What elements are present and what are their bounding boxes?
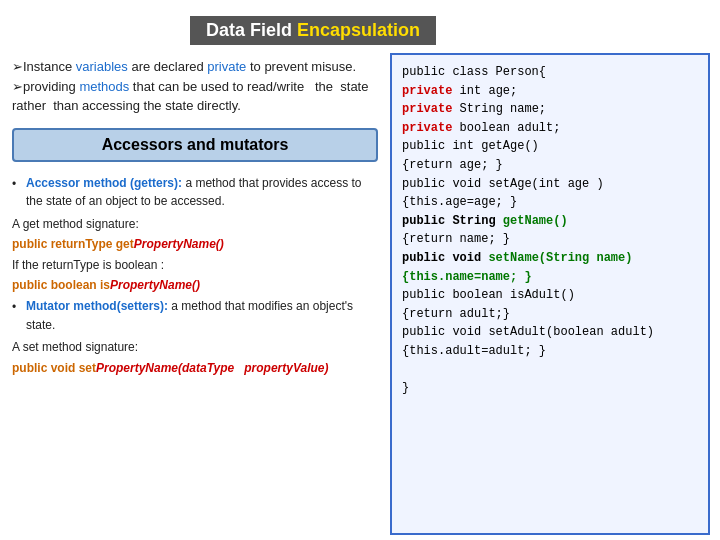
code-line-18: } xyxy=(402,379,698,398)
boolean-code-name: PropertyName() xyxy=(110,278,200,292)
accessors-title: Accessors and mutators xyxy=(12,128,378,162)
bullet-dot-2: • xyxy=(12,298,22,317)
boolean-code-start: public boolean is xyxy=(12,278,110,292)
code-line-9: public String getName() xyxy=(402,212,698,231)
bullet-getter-text: Accessor method (getters): a method that… xyxy=(26,174,378,211)
intro-line1: ➢Instance variables are declared private… xyxy=(12,59,356,74)
code-line-3: private String name; xyxy=(402,100,698,119)
getter-label: Accessor method (getters): xyxy=(26,176,182,190)
bullet-dot-1: • xyxy=(12,175,22,194)
set-signature-code: public void setPropertyName(dataType pro… xyxy=(12,359,378,378)
bullet-getter: • Accessor method (getters): a method th… xyxy=(12,174,378,211)
code-line-14: {return adult;} xyxy=(402,305,698,324)
code-line-11: public void setName(String name) xyxy=(402,249,698,268)
code-line-2: private int age; xyxy=(402,82,698,101)
code-line-6: {return age; } xyxy=(402,156,698,175)
variables-link: variables xyxy=(76,59,128,74)
get-signature-code: public returnType getPropertyName() xyxy=(12,235,378,254)
title-highlight: Encapsulation xyxy=(297,20,420,40)
code-line-16: {this.adult=adult; } xyxy=(402,342,698,361)
bullet-setter-text: Mutator method(setters): a method that m… xyxy=(26,297,378,334)
methods-link: methods xyxy=(79,79,129,94)
page-title: Data Field Encapsulation xyxy=(190,16,436,45)
get-signature-label: A get method signature: xyxy=(12,215,378,234)
code-line-5: public int getAge() xyxy=(402,137,698,156)
code-line-7: public void setAge(int age ) xyxy=(402,175,698,194)
code-line-4: private boolean adult; xyxy=(402,119,698,138)
code-line-13: public boolean isAdult() xyxy=(402,286,698,305)
set-signature-label: A set method signature: xyxy=(12,338,378,357)
title-prefix: Data Field xyxy=(206,20,297,40)
setter-label: Mutator method(setters): xyxy=(26,299,168,313)
set-code-start: public void set xyxy=(12,361,96,375)
intro-text: ➢Instance variables are declared private… xyxy=(12,57,378,116)
boolean-label: If the returnType is boolean : xyxy=(12,256,378,275)
left-panel: ➢Instance variables are declared private… xyxy=(0,49,390,539)
code-line-12: {this.name=name; } xyxy=(402,268,698,287)
code-line-8: {this.age=age; } xyxy=(402,193,698,212)
code-line-1: public class Person{ xyxy=(402,63,698,82)
code-line-17 xyxy=(402,361,698,380)
private-keyword: private xyxy=(207,59,246,74)
set-code-name: PropertyName(dataType propertyValue) xyxy=(96,361,329,375)
content-section: • Accessor method (getters): a method th… xyxy=(12,174,378,380)
main-layout: ➢Instance variables are declared private… xyxy=(0,49,720,539)
get-code-name: PropertyName() xyxy=(134,237,224,251)
bullet-setter: • Mutator method(setters): a method that… xyxy=(12,297,378,334)
intro-line2: ➢providing methods that can be used to r… xyxy=(12,79,372,114)
boolean-code: public boolean isPropertyName() xyxy=(12,276,378,295)
code-line-10: {return name; } xyxy=(402,230,698,249)
get-code-start: public returnType get xyxy=(12,237,134,251)
code-line-15: public void setAdult(boolean adult) xyxy=(402,323,698,342)
code-panel: public class Person{ private int age; pr… xyxy=(390,53,710,535)
